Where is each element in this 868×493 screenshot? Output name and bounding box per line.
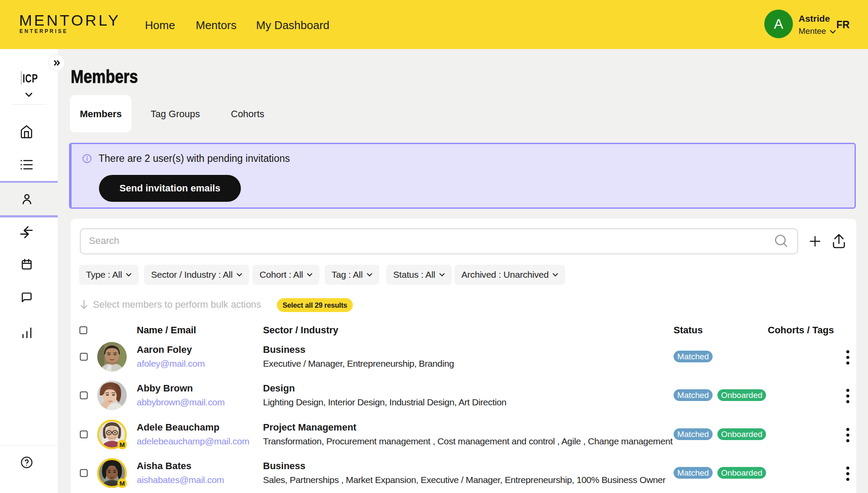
svg-text:M: M xyxy=(119,441,125,448)
svg-text:M: M xyxy=(119,480,125,487)
